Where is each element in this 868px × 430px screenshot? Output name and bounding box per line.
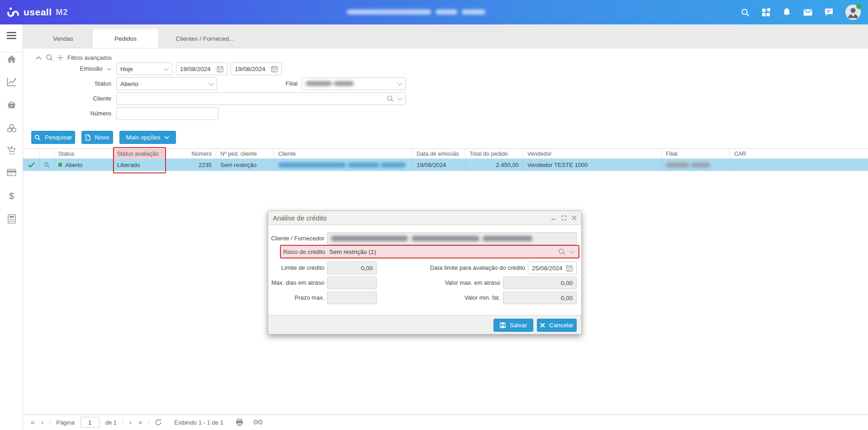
valor-max-label: Valor max. em atraso [381, 277, 500, 289]
first-page-icon[interactable]: « [30, 419, 35, 426]
limite-credito-field: 0,00 [327, 262, 377, 274]
col-numero[interactable]: Número [166, 149, 216, 158]
col-total-pedido[interactable]: Total do pedido [465, 149, 523, 158]
table-row[interactable]: Aberto Liberado 2235 Sem restrição 19/08… [23, 159, 868, 171]
row-view-icon[interactable] [40, 159, 54, 171]
pesquisar-button[interactable]: Pesquisar [31, 131, 75, 144]
row-selected-check-icon[interactable] [23, 159, 40, 171]
dialog-title: Análise de crédito [273, 214, 551, 222]
cell-data-emissao: 19/08/2024 [413, 159, 465, 171]
sidebar-item-analytics-icon[interactable] [0, 77, 23, 86]
page-number-input[interactable] [81, 417, 100, 428]
date-to-input[interactable]: 19/08/2024 [231, 62, 282, 75]
tab-clientes-fornecedores[interactable]: Clientes / Forneced... [158, 29, 251, 48]
col-vendedor[interactable]: Vendedor [523, 149, 662, 158]
last-page-icon[interactable]: » [138, 419, 142, 426]
col-select[interactable] [23, 149, 40, 158]
filter-search-icon[interactable] [46, 54, 53, 62]
data-limite-label: Data limite para avaliação do crédito [381, 262, 525, 274]
refresh-icon[interactable] [155, 419, 162, 426]
combo-search-icon[interactable] [558, 248, 566, 256]
filial-select[interactable] [302, 77, 406, 90]
novo-button[interactable]: Novo [81, 131, 113, 144]
add-filter-icon[interactable] [57, 55, 63, 61]
tab-vendas[interactable]: Vendas [33, 29, 93, 48]
left-sidebar: $ [0, 24, 23, 430]
useall-logo-icon [7, 7, 19, 17]
sidebar-item-finance-icon[interactable]: $ [0, 191, 23, 201]
calendar-icon[interactable] [217, 66, 223, 72]
combo-search-icon[interactable] [387, 95, 394, 102]
col-view[interactable] [40, 149, 54, 158]
redacted-text [348, 162, 379, 167]
sidebar-item-card-icon[interactable] [0, 169, 23, 176]
numero-input-box[interactable] [116, 107, 218, 120]
status-select[interactable]: Aberto [116, 77, 217, 90]
prev-page-icon[interactable]: ‹ [41, 419, 44, 426]
user-avatar[interactable] [845, 5, 861, 20]
sidebar-item-home-icon[interactable] [0, 55, 23, 63]
search-icon[interactable] [741, 8, 749, 17]
col-data-emissao[interactable]: Data de emissão [413, 149, 465, 158]
col-car[interactable]: CAR [730, 149, 868, 158]
sidebar-item-basket-icon[interactable] [0, 100, 23, 109]
apps-grid-icon[interactable] [762, 8, 770, 17]
sidebar-item-calculator-icon[interactable] [0, 214, 23, 224]
valor-max-field: 0,00 [503, 277, 577, 289]
max-dias-label: Max. dias em atraso [271, 277, 324, 289]
separator [123, 419, 123, 426]
hamburger-menu-icon[interactable] [0, 32, 23, 39]
calendar-icon[interactable] [271, 66, 278, 72]
numero-input[interactable] [120, 110, 214, 117]
cancel-x-icon [540, 323, 545, 328]
redacted-text [278, 162, 346, 167]
tab-pedidos[interactable]: Pedidos [93, 29, 158, 48]
calendar-icon[interactable] [566, 265, 573, 272]
salvar-button[interactable]: Salvar [493, 319, 533, 332]
notifications-bell-icon[interactable] [783, 8, 791, 17]
app-logo[interactable]: useall M2 [0, 7, 68, 18]
results-table: Status Status avaliação Número Nº ped. c… [23, 148, 868, 171]
close-icon[interactable] [572, 215, 577, 220]
col-n-ped-cliente[interactable]: Nº ped. cliente [216, 149, 274, 158]
redacted-text [381, 162, 406, 167]
date-from-input[interactable]: 19/08/2024 [176, 62, 228, 75]
settings-gears-icon[interactable]: ⚙⚙ [253, 418, 262, 426]
chat-icon[interactable] [825, 8, 833, 16]
col-filial[interactable]: Filial [662, 149, 730, 158]
mais-opcoes-button[interactable]: Mais opções [119, 131, 176, 144]
sidebar-item-cart-plus-icon[interactable] [0, 146, 23, 155]
data-limite-input[interactable]: 25/08/2024 [528, 262, 577, 274]
showing-label: Exibindo 1 - 1 de 1 [174, 419, 223, 426]
redacted-text [347, 10, 431, 14]
cliente-label: Cliente [25, 92, 111, 105]
next-page-icon[interactable]: › [129, 419, 132, 426]
maximize-icon[interactable] [561, 215, 566, 220]
col-status-avaliacao[interactable]: Status avaliação [113, 149, 166, 158]
cancelar-button[interactable]: Cancelar [537, 319, 577, 332]
status-label: Status [25, 77, 111, 90]
sidebar-item-products-icon[interactable] [0, 124, 23, 133]
risco-credito-highlight-row[interactable]: Risco de crédito Sem restrição (1) [280, 245, 579, 258]
dialog-titlebar[interactable]: Análise de crédito [268, 211, 581, 225]
cliente-fornecedor-field-redacted [327, 232, 577, 245]
emissao-label[interactable]: Emissão [25, 62, 111, 75]
cliente-input[interactable] [120, 96, 387, 102]
emissao-preset-select[interactable]: Hoje [116, 62, 172, 75]
brand-name: useall [24, 7, 52, 18]
cliente-combo-input[interactable] [116, 92, 406, 105]
minimize-icon[interactable] [551, 215, 556, 220]
redacted-text [306, 81, 332, 86]
col-status[interactable]: Status [54, 149, 113, 158]
advanced-filters-toggle[interactable]: Filtros avançados [36, 54, 112, 62]
collapse-chevron-icon[interactable] [36, 56, 42, 60]
col-cliente[interactable]: Cliente [274, 149, 413, 158]
redacted-text [334, 81, 354, 86]
risco-credito-label: Risco de crédito [281, 248, 325, 255]
cell-status-avaliacao: Liberado [113, 159, 166, 171]
print-icon[interactable] [236, 419, 243, 426]
cell-vendedor: Vendedor TESTE 1000 [523, 159, 662, 171]
online-status-dot [856, 4, 862, 9]
mail-icon[interactable] [803, 9, 812, 16]
valor-min-field: 0,00 [503, 291, 577, 304]
